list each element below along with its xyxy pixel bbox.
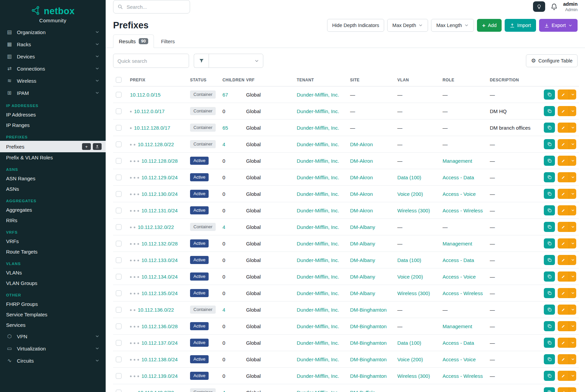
site-link[interactable]: DM-Albany — [350, 290, 375, 296]
prefix-link[interactable]: 10.112.129.0/24 — [141, 175, 178, 180]
row-checkbox[interactable] — [116, 323, 122, 329]
edit-dropdown-caret[interactable] — [569, 371, 576, 381]
edit-button[interactable] — [558, 305, 569, 315]
edit-button[interactable] — [558, 89, 569, 100]
edit-button[interactable] — [558, 172, 569, 182]
hide-depth-indicators-button[interactable]: Hide Depth Indicators — [327, 19, 384, 32]
sidebar-item-ip-ranges[interactable]: IP Ranges — [0, 120, 106, 130]
sidebar-item-virtualization[interactable]: ▭Virtualization — [0, 342, 106, 355]
tenant-link[interactable]: Dunder-Mifflin, Inc. — [297, 274, 339, 280]
edit-button[interactable] — [558, 371, 569, 381]
vlan-link[interactable]: Data (100) — [397, 340, 421, 346]
sidebar-item-vlan-groups[interactable]: VLAN Groups — [0, 278, 106, 288]
copy-button[interactable] — [544, 371, 555, 381]
edit-dropdown-caret[interactable] — [569, 222, 576, 232]
vlan-link[interactable]: Data (100) — [397, 175, 421, 180]
vlan-link[interactable]: Data (100) — [397, 257, 421, 263]
prefix-link[interactable]: 10.112.133.0/24 — [141, 257, 178, 263]
children-link[interactable]: 4 — [222, 224, 225, 230]
site-link[interactable]: DM-Binghamton — [350, 307, 387, 313]
tenant-link[interactable]: Dunder-Mifflin, Inc. — [297, 92, 339, 98]
edit-dropdown-caret[interactable] — [569, 288, 576, 298]
row-checkbox[interactable] — [116, 141, 122, 147]
sidebar-item-circuits[interactable]: ∿Circuits — [0, 355, 106, 367]
column-header-role[interactable]: ROLE — [440, 74, 487, 86]
add-button[interactable]: + Add — [477, 19, 502, 32]
column-header-tenant[interactable]: TENANT — [294, 74, 347, 86]
sidebar-item-asn-ranges[interactable]: ASN Ranges — [0, 173, 106, 184]
tenant-link[interactable]: Dunder-Mifflin, Inc. — [297, 307, 339, 313]
row-checkbox[interactable] — [116, 158, 122, 164]
site-link[interactable]: DM-Buffalo — [350, 390, 375, 392]
tenant-link[interactable]: Dunder-Mifflin, Inc. — [297, 257, 339, 263]
edit-button[interactable] — [558, 288, 569, 298]
role-link[interactable]: Management — [443, 158, 472, 164]
edit-button[interactable] — [558, 387, 569, 392]
tab-filters[interactable]: Filters — [155, 34, 181, 48]
prefix-link[interactable]: 10.112.135.0/24 — [141, 290, 178, 296]
prefix-link[interactable]: 10.112.138.0/24 — [141, 357, 178, 362]
prefix-link[interactable]: 10.112.132.0/28 — [141, 241, 178, 246]
tenant-link[interactable]: Dunder-Mifflin, Inc. — [297, 373, 339, 379]
import-button[interactable]: Import — [505, 19, 536, 32]
copy-button[interactable] — [544, 387, 555, 392]
global-search[interactable] — [113, 0, 190, 14]
prefix-link[interactable]: 10.112.0.0/17 — [134, 108, 165, 114]
column-header-children[interactable]: CHILDREN — [220, 74, 243, 86]
tenant-link[interactable]: Dunder-Mifflin, Inc. — [297, 191, 339, 197]
prefix-link[interactable]: 10.112.139.0/24 — [141, 373, 178, 379]
edit-dropdown-caret[interactable] — [569, 387, 576, 392]
prefix-link[interactable]: 10.112.140.0/22 — [138, 390, 174, 392]
edit-dropdown-caret[interactable] — [569, 354, 576, 364]
column-header-site[interactable]: SITE — [347, 74, 395, 86]
edit-button[interactable] — [558, 156, 569, 166]
copy-button[interactable] — [544, 123, 555, 133]
row-checkbox[interactable] — [116, 108, 122, 114]
role-link[interactable]: Access - Data — [443, 175, 474, 180]
sidebar-item-asns[interactable]: ASNs — [0, 184, 106, 194]
vlan-link[interactable]: Voice (200) — [397, 357, 423, 362]
sidebar-add-button[interactable]: + — [82, 143, 91, 150]
sidebar-item-prefix-vlan-roles[interactable]: Prefix & VLAN Roles — [0, 152, 106, 163]
vlan-link[interactable]: Voice (200) — [397, 191, 423, 197]
row-checkbox[interactable] — [116, 373, 122, 379]
role-link[interactable]: Access - Wireless — [443, 208, 483, 213]
edit-dropdown-caret[interactable] — [569, 106, 576, 116]
copy-button[interactable] — [544, 354, 555, 364]
copy-button[interactable] — [544, 305, 555, 315]
vlan-link[interactable]: Wireless (300) — [397, 373, 430, 379]
theme-toggle-button[interactable] — [533, 1, 545, 12]
copy-button[interactable] — [544, 238, 555, 249]
tenant-link[interactable]: Dunder-Mifflin, Inc. — [297, 141, 339, 147]
role-link[interactable]: Access - Data — [443, 257, 474, 263]
site-link[interactable]: DM-Albany — [350, 257, 375, 263]
edit-button[interactable] — [558, 123, 569, 133]
site-link[interactable]: DM-Binghamton — [350, 340, 387, 346]
role-link[interactable]: Access - Data — [443, 340, 474, 346]
tenant-link[interactable]: Dunder-Mifflin, Inc. — [297, 208, 339, 213]
edit-dropdown-caret[interactable] — [569, 205, 576, 215]
edit-button[interactable] — [558, 222, 569, 232]
site-link[interactable]: DM-Albany — [350, 224, 375, 230]
tenant-link[interactable]: Dunder-Mifflin, Inc. — [297, 108, 339, 114]
prefix-link[interactable]: 10.112.131.0/24 — [141, 208, 178, 213]
sidebar-item-fhrp-groups[interactable]: FHRP Groups — [0, 299, 106, 309]
edit-button[interactable] — [558, 338, 569, 348]
edit-button[interactable] — [558, 321, 569, 331]
edit-button[interactable] — [558, 255, 569, 265]
edit-dropdown-caret[interactable] — [569, 123, 576, 133]
children-link[interactable]: 65 — [222, 125, 228, 131]
prefix-link[interactable]: 10.112.130.0/24 — [141, 191, 178, 197]
edit-dropdown-caret[interactable] — [569, 321, 576, 331]
prefix-link[interactable]: 10.112.0.0/15 — [130, 92, 161, 98]
copy-button[interactable] — [544, 288, 555, 298]
tenant-link[interactable]: Dunder-Mifflin, Inc. — [297, 323, 339, 329]
row-checkbox[interactable] — [116, 290, 122, 296]
site-link[interactable]: DM-Albany — [350, 241, 375, 246]
prefix-link[interactable]: 10.112.132.0/22 — [138, 224, 174, 230]
sidebar-item-ipam[interactable]: ⊞IPAM — [0, 87, 106, 99]
sidebar-item-racks[interactable]: ▦Racks — [0, 38, 106, 50]
copy-button[interactable] — [544, 338, 555, 348]
max-depth-dropdown[interactable]: Max Depth — [387, 19, 428, 32]
filter-icon-button[interactable] — [194, 54, 209, 68]
